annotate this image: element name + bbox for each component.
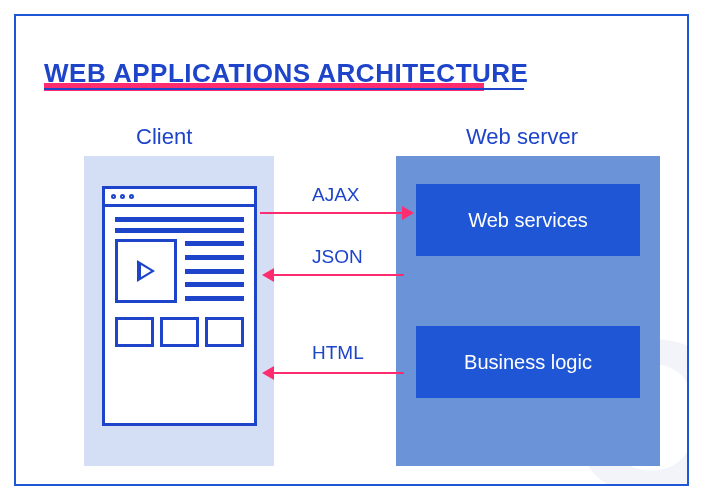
arrow-json-icon	[274, 274, 404, 276]
server-column-label: Web server	[466, 124, 578, 150]
thumbnail-row	[115, 317, 244, 347]
arrow-label-ajax: AJAX	[312, 184, 360, 206]
video-box-icon	[115, 239, 177, 303]
play-icon	[137, 260, 155, 282]
business-logic-box: Business logic	[416, 326, 640, 398]
browser-window-icon	[102, 186, 257, 426]
media-row	[115, 239, 244, 303]
arrow-label-html: HTML	[312, 342, 364, 364]
diagram-frame: Q WEB APPLICATIONS ARCHITECTURE Client W…	[14, 14, 689, 486]
text-lines-icon	[185, 239, 244, 303]
thumbnail-icon	[160, 317, 199, 347]
arrow-html-icon	[274, 372, 404, 374]
window-dot-icon	[129, 194, 134, 199]
browser-body	[105, 207, 254, 355]
browser-titlebar	[105, 189, 254, 207]
window-dot-icon	[120, 194, 125, 199]
text-lines-icon	[115, 217, 244, 233]
web-services-box: Web services	[416, 184, 640, 256]
diagram-title: WEB APPLICATIONS ARCHITECTURE	[44, 58, 528, 89]
arrow-label-json: JSON	[312, 246, 363, 268]
client-column-label: Client	[136, 124, 192, 150]
arrow-ajax-icon	[260, 212, 402, 214]
window-dot-icon	[111, 194, 116, 199]
thumbnail-icon	[115, 317, 154, 347]
thumbnail-icon	[205, 317, 244, 347]
